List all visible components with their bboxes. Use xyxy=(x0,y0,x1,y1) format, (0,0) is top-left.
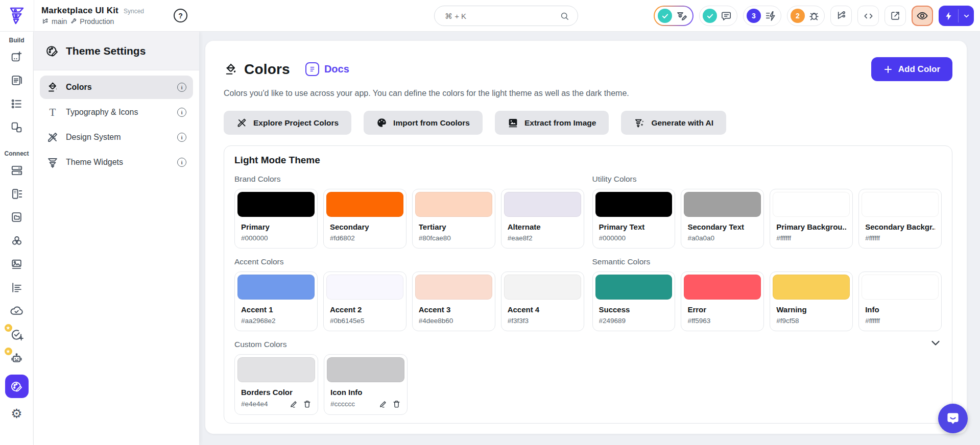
color-name: Success xyxy=(599,305,669,314)
run-options-button[interactable] xyxy=(959,12,974,20)
project-title: Marketplace UI Kit xyxy=(41,6,118,16)
app-logo[interactable] xyxy=(0,6,34,26)
color-name: Secondary Text xyxy=(687,222,757,231)
global-search[interactable] xyxy=(434,6,578,26)
branch-check-pill[interactable] xyxy=(654,6,694,26)
run-button[interactable] xyxy=(939,11,958,21)
color-hex: #cccccc xyxy=(330,400,379,408)
info-icon[interactable]: i xyxy=(177,158,186,167)
rail-item-add-widget[interactable] xyxy=(9,50,25,64)
rail-item-settings[interactable]: ⚙ xyxy=(9,406,25,420)
issues-pill[interactable]: 2 xyxy=(787,6,825,26)
color-card-secondary-background[interactable]: Secondary Backgr... #ffffff xyxy=(858,189,942,249)
database-icon xyxy=(10,164,23,177)
action-label: Generate with AI xyxy=(651,118,713,128)
info-icon[interactable]: i xyxy=(177,83,186,92)
color-card-accent3[interactable]: Accent 3 #4dee8b60 xyxy=(412,271,495,331)
color-name: Secondary Backgr... xyxy=(865,222,935,231)
color-swatch xyxy=(237,275,315,300)
docs-link[interactable]: Docs xyxy=(305,62,349,76)
rail-item-lists[interactable] xyxy=(9,97,25,111)
branch-selector[interactable]: main xyxy=(41,17,67,26)
color-card-error[interactable]: Error #ff5963 xyxy=(681,271,764,331)
color-hex: #f9cf58 xyxy=(776,317,846,325)
color-swatch xyxy=(415,192,492,217)
rail-connect-label: Connect xyxy=(5,150,29,157)
color-card-info[interactable]: Info #ffffff xyxy=(858,271,942,331)
color-card-accent1[interactable]: Accent 1 #aa2968e2 xyxy=(234,271,318,331)
topbar-actions: 3 2 xyxy=(654,6,974,26)
color-hex: #f3f3f3 xyxy=(508,317,578,325)
color-swatch xyxy=(595,192,673,217)
rail-item-pages[interactable] xyxy=(9,73,25,87)
color-card-primary-text[interactable]: Primary Text #000000 xyxy=(592,189,676,249)
color-hex: #fd6802 xyxy=(330,234,400,242)
comments-pill[interactable] xyxy=(699,6,737,26)
panel-item-label: Design System xyxy=(66,133,170,142)
preview-button[interactable] xyxy=(912,6,933,26)
docs-label: Docs xyxy=(324,63,349,75)
premium-star-badge: ★ xyxy=(4,323,13,333)
color-hex: #ffffff xyxy=(865,317,935,325)
color-card-borders-color[interactable]: Borders Color #e4e4e4 xyxy=(234,354,318,415)
agent-tasks-pill[interactable]: 3 xyxy=(743,6,781,26)
agent-count: 3 xyxy=(752,12,756,20)
delete-trash-icon[interactable] xyxy=(303,400,312,408)
rail-item-approvals[interactable]: ★ xyxy=(9,328,25,341)
color-card-icon-info[interactable]: Icon Info #cccccc xyxy=(324,354,408,415)
color-swatch xyxy=(504,192,581,217)
color-card-secondary-text[interactable]: Secondary Text #a0a0a0 xyxy=(681,189,764,249)
lightning-bolt-icon xyxy=(944,11,953,21)
rail-item-theme-settings-active[interactable] xyxy=(5,375,29,398)
edit-pencil-icon[interactable] xyxy=(290,400,298,408)
view-code-button[interactable] xyxy=(857,6,879,26)
import-from-coolors-button[interactable]: Import from Coolors xyxy=(364,111,483,135)
collapse-section-button[interactable] xyxy=(929,337,942,349)
page-title: Colors xyxy=(244,61,290,78)
rail-item-database[interactable] xyxy=(9,163,25,177)
color-name: Accent 3 xyxy=(419,305,489,314)
explore-project-colors-button[interactable]: Explore Project Colors xyxy=(224,111,351,135)
color-card-alternate[interactable]: Alternate #eae8f2 xyxy=(501,189,584,249)
color-swatch xyxy=(773,192,850,217)
rail-item-components[interactable] xyxy=(9,120,25,134)
rail-item-ai-agent[interactable]: ★ xyxy=(9,351,25,365)
components-icon xyxy=(10,121,23,134)
color-card-primary[interactable]: Primary #000000 xyxy=(234,189,318,249)
media-assets-icon xyxy=(10,258,23,270)
help-button[interactable]: ? xyxy=(174,9,187,22)
rail-item-files[interactable] xyxy=(9,210,25,224)
rail-item-cloud-functions[interactable] xyxy=(9,304,25,318)
color-card-accent4[interactable]: Accent 4 #f3f3f3 xyxy=(501,271,584,331)
widget-tree-button[interactable] xyxy=(830,6,852,26)
add-color-button[interactable]: Add Color xyxy=(871,57,952,81)
panel-item-colors[interactable]: Colors i xyxy=(40,76,193,99)
rail-item-text-content[interactable] xyxy=(9,281,25,294)
color-card-accent2[interactable]: Accent 2 #0b6145e5 xyxy=(323,271,407,331)
delete-trash-icon[interactable] xyxy=(392,400,401,408)
topbar: Marketplace UI Kit Synced main Productio… xyxy=(0,0,980,32)
color-card-secondary[interactable]: Secondary #fd6802 xyxy=(323,189,407,249)
environment-selector[interactable]: Production xyxy=(70,17,114,26)
panel-item-typography[interactable]: T Typography & Icons i xyxy=(40,101,193,124)
rail-item-api[interactable] xyxy=(9,187,25,201)
support-chat-button[interactable] xyxy=(938,404,968,433)
panel-item-design-system[interactable]: Design System i xyxy=(40,126,193,149)
rail-item-integrations[interactable] xyxy=(9,234,25,248)
extract-from-image-button[interactable]: Extract from Image xyxy=(495,111,609,135)
info-icon[interactable]: i xyxy=(177,108,186,117)
color-card-success[interactable]: Success #249689 xyxy=(592,271,676,331)
color-card-tertiary[interactable]: Tertiary #80fcae80 xyxy=(412,189,495,249)
panel-item-theme-widgets[interactable]: Theme Widgets i xyxy=(40,151,193,174)
color-card-primary-background[interactable]: Primary Backgrou... #ffffff xyxy=(770,189,853,249)
generate-with-ai-button[interactable]: Generate with AI xyxy=(621,111,726,135)
topbar-divider xyxy=(34,0,34,32)
info-icon[interactable]: i xyxy=(177,133,186,142)
edit-pencil-icon[interactable] xyxy=(379,400,388,408)
light-mode-theme-section: Light Mode Theme Brand Colors Primary #0… xyxy=(224,145,952,424)
rail-item-media[interactable] xyxy=(9,257,25,271)
color-card-warning[interactable]: Warning #f9cf58 xyxy=(770,271,853,331)
color-swatch xyxy=(862,192,939,217)
search-input[interactable] xyxy=(445,12,560,20)
open-external-button[interactable] xyxy=(885,6,906,26)
